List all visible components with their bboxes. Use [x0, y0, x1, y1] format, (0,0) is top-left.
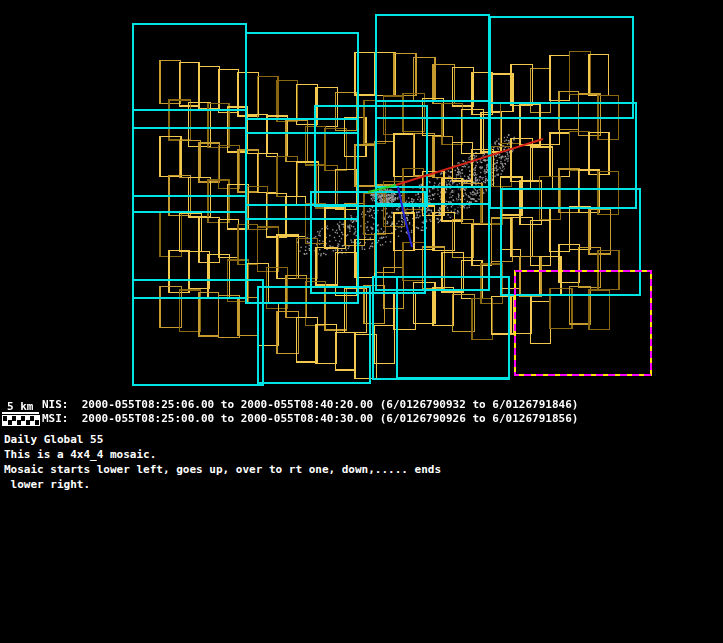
note-mosaic-type: This is a 4x4_4 mosaic.: [4, 449, 156, 461]
nis-time-range: NIS: 2000-055T08:25:06.00 to 2000-055T08…: [42, 399, 578, 411]
note-mosaic-order: Mosaic starts lower left, goes up, over …: [4, 464, 441, 476]
note-sequence-name: Daily Global 55: [4, 434, 103, 446]
mission-mosaic-display: 5 km NIS: 2000-055T08:25:06.00 to 2000-0…: [0, 0, 723, 643]
msi-time-range: MSI: 2000-055T08:25:00.00 to 2000-055T08…: [42, 413, 578, 425]
mosaic-footprints-plot: [0, 0, 723, 400]
scale-bar-rule: [2, 412, 39, 414]
note-mosaic-order-cont: lower right.: [4, 479, 90, 491]
scale-bar-checker: [2, 415, 40, 426]
nis-fovs: [133, 15, 640, 385]
